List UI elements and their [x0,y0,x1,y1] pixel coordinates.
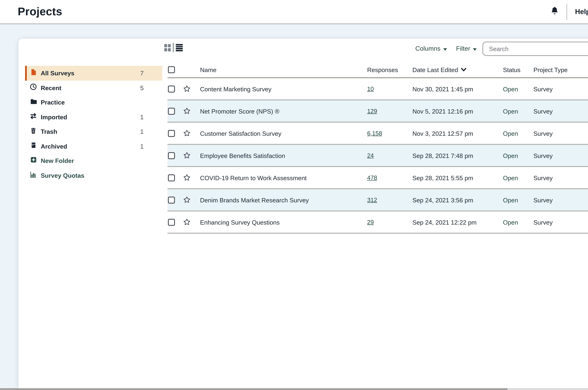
surveys-table: Name Responses Date Last Edited Status [168,62,588,234]
column-header-status[interactable]: Status [503,66,533,73]
status-value: Open [503,130,533,137]
row-checkbox[interactable] [168,196,175,203]
project-type-value: Survey [533,152,588,159]
survey-name-link[interactable]: Customer Satisfaction Survey [200,130,367,137]
survey-name-link[interactable]: Net Promoter Score (NPS) ® [200,107,367,115]
swap-arrows-icon [30,113,37,121]
responses-link[interactable]: 129 [367,108,377,114]
list-view-icon [176,46,183,53]
sidebar-item-label: Recent [41,84,61,91]
sidebar-item-archived[interactable]: Archived 1 [25,139,162,153]
row-checkbox[interactable] [168,219,175,226]
table-row[interactable]: COVID-19 Return to Work Assessment 478 S… [168,167,588,189]
horizontal-scrollbar-track[interactable] [508,388,588,390]
favorite-star-icon[interactable] [183,196,200,204]
sidebar-item-label: Practice [41,99,65,106]
row-checkbox[interactable] [168,152,175,159]
status-value: Open [503,196,533,203]
date-last-edited-value: Sep 28, 2021 5:55 pm [412,174,503,181]
caret-down-icon [443,45,447,52]
status-value: Open [503,152,533,159]
sidebar-item-label: All Surveys [41,70,74,77]
sidebar-item-practice[interactable]: Practice [25,95,162,110]
favorite-star-icon[interactable] [183,174,200,181]
row-checkbox[interactable] [168,107,175,115]
survey-name-link[interactable]: Enhancing Survey Questions [200,219,367,226]
grid-view-button[interactable] [164,44,171,51]
favorite-star-icon[interactable] [183,85,200,93]
responses-link[interactable]: 312 [367,196,377,203]
filter-dropdown[interactable]: Filter [456,45,477,52]
favorite-star-icon[interactable] [183,152,200,159]
table-row[interactable]: Customer Satisfaction Survey 6,158 Nov 3… [168,123,588,145]
date-last-edited-value: Nov 3, 2021 12:57 pm [412,130,503,137]
sidebar-item-new-folder[interactable]: New Folder [25,153,162,168]
project-type-value: Survey [533,107,588,115]
survey-name-link[interactable]: Content Marketing Survey [200,85,367,92]
sidebar: All Surveys 7 Recent 5 Practice [25,66,162,183]
project-type-value: Survey [533,85,588,92]
responses-link[interactable]: 6,158 [367,130,382,137]
favorite-star-icon[interactable] [183,130,200,137]
table-row[interactable]: Enhancing Survey Questions 29 Sep 24, 20… [168,211,588,234]
list-view-button[interactable] [176,44,183,51]
row-checkbox[interactable] [168,85,175,92]
sidebar-item-count: 7 [140,66,144,80]
sidebar-item-all-surveys[interactable]: All Surveys 7 [25,66,162,80]
header-divider [567,3,567,20]
survey-name-link[interactable]: COVID-19 Return to Work Assessment [200,174,367,181]
column-header-project-type[interactable]: Project Type [533,66,588,73]
help-button[interactable]: Help [567,8,588,16]
sidebar-item-label: Survey Quotas [41,172,84,179]
favorite-star-icon[interactable] [183,107,200,115]
row-checkbox[interactable] [168,130,175,137]
responses-link[interactable]: 10 [367,86,374,92]
notifications-button[interactable] [550,6,560,17]
responses-link[interactable]: 29 [367,219,374,225]
folder-icon [30,98,37,106]
table-row[interactable]: Employee Benefits Satisfaction 24 Sep 28… [168,145,588,167]
columns-dropdown[interactable]: Columns [415,45,447,52]
status-value: Open [503,85,533,92]
favorite-star-icon[interactable] [183,218,200,226]
table-row[interactable]: Net Promoter Score (NPS) ® 129 Nov 5, 20… [168,100,588,123]
column-header-responses[interactable]: Responses [367,66,412,73]
column-header-name[interactable]: Name [200,66,367,73]
grid-view-icon [164,46,171,53]
sidebar-item-imported[interactable]: Imported 1 [25,110,162,124]
project-type-value: Survey [533,196,588,203]
project-type-value: Survey [533,130,588,137]
filter-label: Filter [456,45,470,52]
responses-link[interactable]: 478 [367,174,377,181]
page-background: All Surveys 7 Recent 5 Practice [0,24,588,390]
content-card: All Surveys 7 Recent 5 Practice [19,39,588,388]
sidebar-item-count: 1 [140,124,144,139]
status-value: Open [503,107,533,115]
file-icon [30,69,37,77]
app-header: Projects Help K [0,0,588,24]
bar-chart-icon [30,172,37,179]
survey-name-link[interactable]: Employee Benefits Satisfaction [200,152,367,159]
row-checkbox[interactable] [168,174,175,181]
status-value: Open [503,219,533,226]
view-toggle-divider [173,43,174,52]
sidebar-item-label: New Folder [41,157,74,164]
search-input[interactable] [483,43,588,55]
plus-square-icon [30,157,37,164]
search-box [482,42,588,56]
column-header-date-last-edited[interactable]: Date Last Edited [412,66,503,73]
table-header-row: Name Responses Date Last Edited Status [168,62,588,78]
date-last-edited-value: Nov 5, 2021 12:16 pm [412,107,503,115]
responses-link[interactable]: 24 [367,152,374,159]
table-row[interactable]: Content Marketing Survey 10 Nov 30, 2021… [168,78,588,100]
select-all-checkbox[interactable] [168,66,175,73]
page-title: Projects [18,5,62,18]
date-last-edited-value: Sep 28, 2021 7:48 pm [412,152,503,159]
survey-name-link[interactable]: Denim Brands Market Research Survey [200,196,367,203]
table-row[interactable]: Denim Brands Market Research Survey 312 … [168,189,588,211]
archive-icon [30,143,37,150]
horizontal-scrollbar-thumb[interactable] [0,388,508,390]
sidebar-item-trash[interactable]: Trash 1 [25,124,162,139]
sidebar-item-survey-quotas[interactable]: Survey Quotas [25,168,162,183]
sidebar-item-recent[interactable]: Recent 5 [25,80,162,95]
